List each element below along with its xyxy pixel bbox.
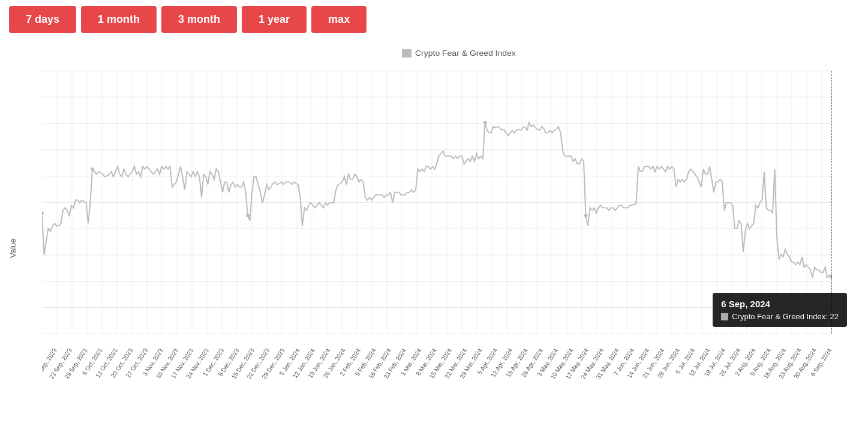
tooltip-value-row: Crypto Fear & Greed Index: 22 <box>721 312 839 321</box>
chart-container: 0 10 20 30 40 50 60 70 80 90 100 <box>0 39 868 429</box>
y-axis-label: Value <box>8 239 17 258</box>
svg-point-77 <box>91 167 94 170</box>
svg-point-80 <box>584 214 588 217</box>
svg-rect-74 <box>402 49 412 58</box>
svg-point-78 <box>246 214 250 217</box>
btn-3month[interactable]: 3 month <box>161 6 237 33</box>
btn-max[interactable]: max <box>311 6 367 33</box>
btn-1month[interactable]: 1 month <box>81 6 157 33</box>
svg-point-79 <box>483 121 487 124</box>
chart-tooltip: 6 Sep, 2024 Crypto Fear & Greed Index: 2… <box>713 293 847 327</box>
svg-point-76 <box>42 211 44 214</box>
tooltip-date: 6 Sep, 2024 <box>721 299 839 309</box>
tooltip-series-value: Crypto Fear & Greed Index: 22 <box>732 312 839 321</box>
tooltip-legend-icon <box>721 313 728 320</box>
toolbar: 7 days 1 month 3 month 1 year max <box>0 0 868 39</box>
svg-text:Crypto Fear & Greed Index: Crypto Fear & Greed Index <box>415 49 516 58</box>
btn-7days[interactable]: 7 days <box>9 6 76 33</box>
btn-1year[interactable]: 1 year <box>242 6 307 33</box>
